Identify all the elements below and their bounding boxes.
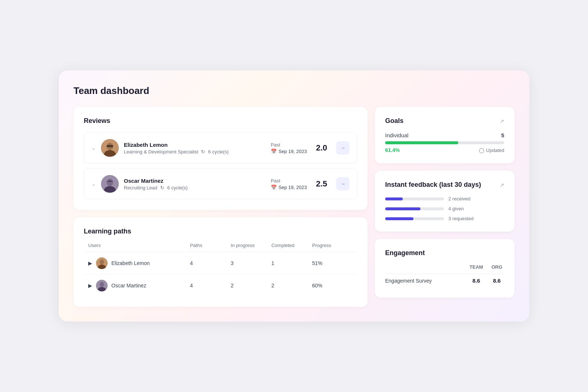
review-info: Oscar Martinez Recruiting Lead ↻ 6 cycle… <box>124 178 188 190</box>
completed-count: 2 <box>271 283 312 288</box>
avatar <box>101 175 119 193</box>
review-item: ⌄ Elizabeth Lemon <box>84 132 357 164</box>
user-name: Elizabeth Lemon <box>111 260 150 266</box>
goals-footer: 61.4% ◯ Updated <box>385 147 504 153</box>
engagement-row-label: Engagement Survey <box>385 278 432 284</box>
svg-point-5 <box>107 179 113 186</box>
instant-feedback-card: Instant feedback (last 30 days) ↗ 2 rece… <box>375 171 514 232</box>
avatar <box>96 280 108 291</box>
expand-icon[interactable]: ▶ <box>88 260 92 266</box>
engagement-title: Engagement <box>385 249 504 257</box>
calendar-icon: 📅 <box>271 185 277 190</box>
external-link-icon[interactable]: ↗ <box>500 182 504 188</box>
reviews-card: Reviews ⌄ <box>74 107 368 210</box>
review-meta: Learning & Development Specialist ↻ 6 cy… <box>124 149 229 155</box>
progress-pct: 60% <box>312 283 353 288</box>
learning-paths-title: Learning paths <box>84 228 357 235</box>
goals-count: 5 <box>501 132 504 138</box>
main-grid: Reviews ⌄ <box>74 107 514 307</box>
table-row: ▶ Elizabeth Lemon 4 3 1 51% <box>84 252 357 275</box>
feedback-received-label: 2 received <box>448 196 470 202</box>
cycle-icon: ↻ <box>160 185 164 190</box>
review-period: Past <box>271 142 307 148</box>
review-left: ⌄ Elizabeth Lemon <box>92 139 229 157</box>
feedback-bar-fill <box>385 197 403 200</box>
feedback-row: 2 received <box>385 196 504 202</box>
avatar <box>101 139 119 157</box>
svg-rect-3 <box>107 145 113 147</box>
updated-badge: ◯ Updated <box>479 148 504 153</box>
review-item: ⌄ Oscar Martinez R <box>84 168 357 200</box>
chevron-down-icon[interactable]: ⌄ <box>92 181 96 187</box>
feedback-row: 4 given <box>385 206 504 211</box>
reviewer-name: Oscar Martinez <box>124 178 188 184</box>
feedback-bar-track <box>385 217 444 220</box>
svg-point-11 <box>100 282 104 287</box>
user-cell: ▶ Elizabeth Lemon <box>88 257 190 269</box>
paths-count: 4 <box>190 260 231 266</box>
review-navigate-button[interactable]: → <box>336 141 349 155</box>
col-completed: Completed <box>271 243 312 248</box>
col-team: TEAM <box>469 264 484 270</box>
reviews-title: Reviews <box>84 117 357 125</box>
engagement-col-headers: TEAM ORG <box>385 264 504 270</box>
review-info: Elizabeth Lemon Learning & Development S… <box>124 142 229 155</box>
engagement-card: Engagement TEAM ORG Engagement Survey 8.… <box>375 239 514 298</box>
reviewer-role: Recruiting Lead <box>124 185 157 190</box>
expand-icon[interactable]: ▶ <box>88 283 92 288</box>
feedback-bar-track <box>385 207 444 210</box>
table-header: Users Paths In progress Completed Progre… <box>84 243 357 252</box>
col-users: Users <box>88 243 190 248</box>
reviewer-role: Learning & Development Specialist <box>124 149 198 155</box>
cycle-icon: ↻ <box>201 149 205 155</box>
feedback-bar-track <box>385 197 444 200</box>
chevron-down-icon[interactable]: ⌄ <box>92 145 96 151</box>
feedback-header: Instant feedback (last 30 days) ↗ <box>385 181 504 189</box>
check-circle-icon: ◯ <box>479 148 484 153</box>
col-in-progress: In progress <box>231 243 272 248</box>
review-score: 2.5 <box>314 179 329 189</box>
table-row: ▶ Oscar Martinez 4 2 2 60% <box>84 275 357 297</box>
review-meta: Recruiting Lead ↻ 6 cycle(s) <box>124 185 188 190</box>
feedback-row: 3 requested <box>385 216 504 221</box>
goals-progress-fill <box>385 141 458 144</box>
review-period: Past <box>271 178 307 184</box>
right-column: Goals ↗ Individual 5 61.4% ◯ Updated <box>375 107 514 307</box>
avatar <box>96 257 108 269</box>
review-score: 2.0 <box>314 143 329 153</box>
page-title: Team dashboard <box>74 85 514 97</box>
review-right: Past 📅 Sep 19, 2023 2.5 → <box>271 177 349 190</box>
goals-card: Goals ↗ Individual 5 61.4% ◯ Updated <box>375 107 514 163</box>
feedback-bar-fill <box>385 217 413 220</box>
feedback-title: Instant feedback (last 30 days) <box>385 181 481 189</box>
external-link-icon[interactable]: ↗ <box>500 118 504 124</box>
goals-title: Goals <box>385 117 404 125</box>
col-org: ORG <box>490 264 504 270</box>
engagement-org-val: 8.6 <box>490 277 504 284</box>
reviewer-name: Elizabeth Lemon <box>124 142 229 148</box>
updated-label: Updated <box>486 148 504 153</box>
review-cycles: 6 cycle(s) <box>167 185 188 190</box>
feedback-requested-label: 3 requested <box>448 216 474 221</box>
feedback-bar-fill <box>385 207 420 210</box>
engagement-team-val: 8.6 <box>469 277 484 284</box>
in-progress-count: 2 <box>231 283 272 288</box>
review-cycles: 6 cycle(s) <box>208 149 229 155</box>
review-right: Past 📅 Sep 19, 2023 2.0 → <box>271 141 349 155</box>
progress-pct: 51% <box>312 260 353 266</box>
review-date-block: Past 📅 Sep 19, 2023 <box>271 178 307 190</box>
review-navigate-button[interactable]: → <box>336 177 349 190</box>
review-date: 📅 Sep 19, 2023 <box>271 185 307 190</box>
learning-paths-card: Learning paths Users Paths In progress C… <box>74 217 368 307</box>
review-date: 📅 Sep 19, 2023 <box>271 149 307 154</box>
goals-progress-track <box>385 141 504 144</box>
goals-individual: Individual 5 <box>385 132 504 138</box>
completed-count: 1 <box>271 260 312 266</box>
in-progress-count: 3 <box>231 260 272 266</box>
dashboard-container: Team dashboard Reviews ⌄ <box>59 70 529 322</box>
goals-percentage: 61.4% <box>385 147 400 153</box>
user-cell: ▶ Oscar Martinez <box>88 280 190 291</box>
calendar-icon: 📅 <box>271 149 277 154</box>
svg-point-8 <box>100 259 104 265</box>
review-left: ⌄ Oscar Martinez R <box>92 175 188 193</box>
